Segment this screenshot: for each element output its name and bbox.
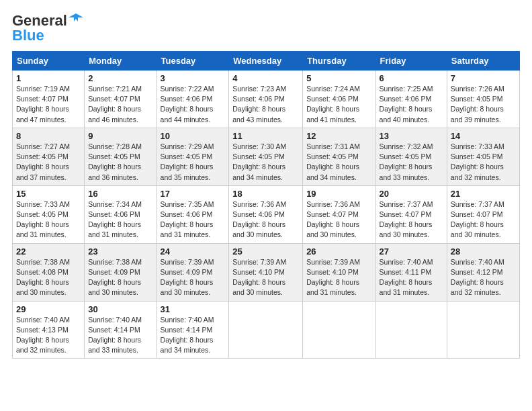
calendar-cell: 29Sunrise: 7:40 AMSunset: 4:13 PMDayligh…: [13, 301, 85, 359]
day-info: Sunrise: 7:40 AMSunset: 4:14 PMDaylight:…: [161, 315, 226, 356]
day-number: 9: [88, 131, 152, 141]
day-number: 31: [161, 304, 226, 314]
day-number: 14: [451, 131, 516, 141]
calendar-cell: 9Sunrise: 7:28 AMSunset: 4:05 PMDaylight…: [85, 128, 157, 185]
day-number: 25: [232, 246, 299, 257]
day-info: Sunrise: 7:38 AMSunset: 4:08 PMDaylight:…: [16, 257, 81, 298]
day-info: Sunrise: 7:19 AMSunset: 4:07 PMDaylight:…: [16, 84, 81, 125]
day-number: 29: [16, 304, 81, 314]
day-info: Sunrise: 7:25 AMSunset: 4:06 PMDaylight:…: [380, 84, 443, 125]
calendar-header-row: SundayMondayTuesdayWednesdayThursdayFrid…: [13, 52, 520, 71]
logo-bird-icon: [69, 12, 83, 27]
calendar-cell: 8Sunrise: 7:27 AMSunset: 4:05 PMDaylight…: [13, 128, 85, 185]
day-number: 15: [16, 189, 81, 199]
calendar-week-row: 8Sunrise: 7:27 AMSunset: 4:05 PMDaylight…: [13, 128, 520, 185]
calendar-cell: 18Sunrise: 7:36 AMSunset: 4:06 PMDayligh…: [229, 185, 303, 243]
day-number: 5: [306, 73, 371, 83]
logo-blue: Blue: [12, 27, 44, 44]
calendar: SundayMondayTuesdayWednesdayThursdayFrid…: [12, 51, 520, 359]
col-header-friday: Friday: [375, 52, 447, 71]
header: General Blue: [12, 12, 520, 44]
day-number: 4: [232, 73, 299, 83]
calendar-cell: 22Sunrise: 7:38 AMSunset: 4:08 PMDayligh…: [13, 243, 85, 301]
calendar-cell: 11Sunrise: 7:30 AMSunset: 4:05 PMDayligh…: [229, 128, 303, 185]
day-number: 10: [161, 131, 226, 141]
col-header-thursday: Thursday: [303, 52, 375, 71]
day-number: 6: [380, 73, 443, 83]
day-info: Sunrise: 7:32 AMSunset: 4:05 PMDaylight:…: [380, 142, 443, 183]
day-info: Sunrise: 7:21 AMSunset: 4:07 PMDaylight:…: [88, 84, 152, 125]
calendar-cell: [303, 301, 375, 359]
calendar-cell: 7Sunrise: 7:26 AMSunset: 4:05 PMDaylight…: [447, 71, 519, 128]
calendar-cell: 21Sunrise: 7:37 AMSunset: 4:07 PMDayligh…: [447, 185, 519, 243]
day-info: Sunrise: 7:33 AMSunset: 4:05 PMDaylight:…: [16, 199, 81, 240]
calendar-cell: 30Sunrise: 7:40 AMSunset: 4:14 PMDayligh…: [85, 301, 157, 359]
calendar-cell: 14Sunrise: 7:33 AMSunset: 4:05 PMDayligh…: [447, 128, 519, 185]
calendar-cell: 26Sunrise: 7:39 AMSunset: 4:10 PMDayligh…: [303, 243, 375, 301]
day-info: Sunrise: 7:40 AMSunset: 4:13 PMDaylight:…: [16, 315, 81, 356]
day-info: Sunrise: 7:39 AMSunset: 4:09 PMDaylight:…: [161, 257, 226, 298]
day-number: 20: [380, 189, 443, 199]
day-number: 3: [161, 73, 226, 83]
day-info: Sunrise: 7:30 AMSunset: 4:05 PMDaylight:…: [232, 142, 299, 183]
day-info: Sunrise: 7:38 AMSunset: 4:09 PMDaylight:…: [88, 257, 152, 298]
day-number: 11: [232, 131, 299, 141]
day-number: 26: [306, 246, 371, 257]
calendar-cell: 13Sunrise: 7:32 AMSunset: 4:05 PMDayligh…: [375, 128, 447, 185]
day-number: 30: [88, 304, 152, 314]
calendar-cell: 5Sunrise: 7:24 AMSunset: 4:06 PMDaylight…: [303, 71, 375, 128]
svg-marker-0: [69, 13, 83, 21]
page: General Blue SundayMondayTuesdayWednesda…: [0, 0, 532, 371]
col-header-monday: Monday: [85, 52, 157, 71]
day-number: 24: [161, 246, 226, 257]
calendar-cell: 12Sunrise: 7:31 AMSunset: 4:05 PMDayligh…: [303, 128, 375, 185]
day-number: 1: [16, 73, 81, 83]
day-number: 17: [161, 189, 226, 199]
calendar-cell: 31Sunrise: 7:40 AMSunset: 4:14 PMDayligh…: [157, 301, 229, 359]
day-info: Sunrise: 7:23 AMSunset: 4:06 PMDaylight:…: [232, 84, 299, 125]
calendar-cell: 2Sunrise: 7:21 AMSunset: 4:07 PMDaylight…: [85, 71, 157, 128]
day-number: 18: [232, 189, 299, 199]
calendar-cell: 3Sunrise: 7:22 AMSunset: 4:06 PMDaylight…: [157, 71, 229, 128]
calendar-cell: 24Sunrise: 7:39 AMSunset: 4:09 PMDayligh…: [157, 243, 229, 301]
col-header-saturday: Saturday: [447, 52, 519, 71]
day-number: 23: [88, 246, 152, 257]
calendar-cell: 16Sunrise: 7:34 AMSunset: 4:06 PMDayligh…: [85, 185, 157, 243]
day-info: Sunrise: 7:37 AMSunset: 4:07 PMDaylight:…: [380, 199, 443, 240]
day-info: Sunrise: 7:39 AMSunset: 4:10 PMDaylight:…: [232, 257, 299, 298]
day-info: Sunrise: 7:28 AMSunset: 4:05 PMDaylight:…: [88, 142, 152, 183]
day-info: Sunrise: 7:39 AMSunset: 4:10 PMDaylight:…: [306, 257, 371, 298]
day-info: Sunrise: 7:34 AMSunset: 4:06 PMDaylight:…: [88, 199, 152, 240]
col-header-tuesday: Tuesday: [157, 52, 229, 71]
day-info: Sunrise: 7:33 AMSunset: 4:05 PMDaylight:…: [451, 142, 516, 183]
calendar-cell: 10Sunrise: 7:29 AMSunset: 4:05 PMDayligh…: [157, 128, 229, 185]
calendar-week-row: 22Sunrise: 7:38 AMSunset: 4:08 PMDayligh…: [13, 243, 520, 301]
calendar-week-row: 29Sunrise: 7:40 AMSunset: 4:13 PMDayligh…: [13, 301, 520, 359]
day-info: Sunrise: 7:22 AMSunset: 4:06 PMDaylight:…: [161, 84, 226, 125]
day-number: 19: [306, 189, 371, 199]
day-number: 12: [306, 131, 371, 141]
calendar-cell: 6Sunrise: 7:25 AMSunset: 4:06 PMDaylight…: [375, 71, 447, 128]
day-number: 8: [16, 131, 81, 141]
day-number: 2: [88, 73, 152, 83]
day-number: 16: [88, 189, 152, 199]
calendar-cell: 27Sunrise: 7:40 AMSunset: 4:11 PMDayligh…: [375, 243, 447, 301]
day-info: Sunrise: 7:40 AMSunset: 4:11 PMDaylight:…: [380, 257, 443, 298]
logo: General Blue: [12, 12, 83, 44]
calendar-cell: 1Sunrise: 7:19 AMSunset: 4:07 PMDaylight…: [13, 71, 85, 128]
day-info: Sunrise: 7:29 AMSunset: 4:05 PMDaylight:…: [161, 142, 226, 183]
col-header-wednesday: Wednesday: [229, 52, 303, 71]
calendar-week-row: 1Sunrise: 7:19 AMSunset: 4:07 PMDaylight…: [13, 71, 520, 128]
day-info: Sunrise: 7:24 AMSunset: 4:06 PMDaylight:…: [306, 84, 371, 125]
calendar-cell: [229, 301, 303, 359]
day-number: 27: [380, 246, 443, 257]
calendar-cell: 19Sunrise: 7:36 AMSunset: 4:07 PMDayligh…: [303, 185, 375, 243]
calendar-cell: 4Sunrise: 7:23 AMSunset: 4:06 PMDaylight…: [229, 71, 303, 128]
day-number: 7: [451, 73, 516, 83]
day-number: 22: [16, 246, 81, 257]
calendar-cell: [375, 301, 447, 359]
calendar-cell: 23Sunrise: 7:38 AMSunset: 4:09 PMDayligh…: [85, 243, 157, 301]
day-info: Sunrise: 7:36 AMSunset: 4:06 PMDaylight:…: [232, 199, 299, 240]
day-info: Sunrise: 7:37 AMSunset: 4:07 PMDaylight:…: [451, 199, 516, 240]
day-info: Sunrise: 7:26 AMSunset: 4:05 PMDaylight:…: [451, 84, 516, 125]
